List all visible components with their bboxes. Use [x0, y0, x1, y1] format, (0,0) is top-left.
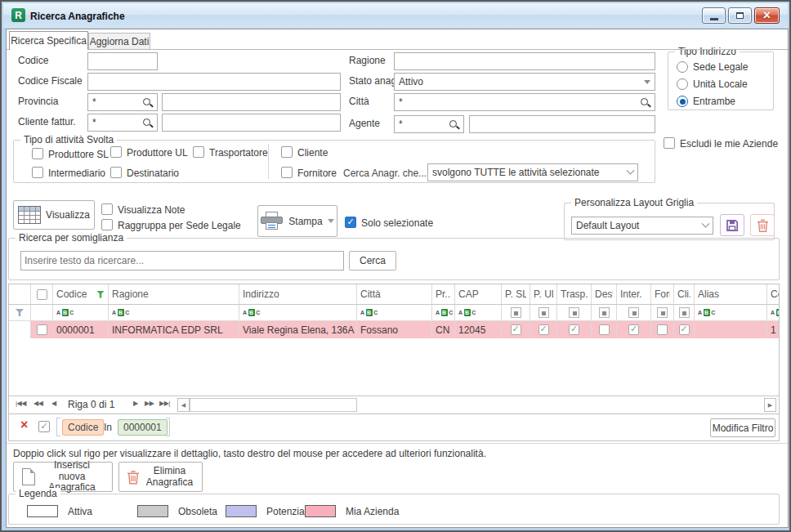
filter-row-cell[interactable] — [357, 305, 432, 320]
bool-cell-checkbox[interactable] — [599, 324, 610, 335]
cliente-fattur-text-input[interactable] — [162, 114, 341, 132]
radio-unita-locale-label[interactable]: Unità Locale — [693, 78, 748, 90]
grid-col-header-check[interactable] — [31, 284, 53, 304]
checkbox-intermediario-label[interactable]: Intermediario — [48, 168, 105, 179]
radio-entrambe[interactable] — [677, 96, 688, 107]
filter-row-cell[interactable] — [109, 305, 239, 320]
grid-col-header-pr[interactable]: Pr... — [432, 284, 455, 304]
stato-anag-select[interactable]: Attivo — [394, 73, 655, 91]
filter-row-cell[interactable] — [31, 305, 53, 320]
filter-row-cell[interactable] — [432, 305, 455, 320]
save-layout-button[interactable] — [720, 214, 744, 236]
filter-row-cell[interactable] — [695, 305, 767, 320]
ragione-input[interactable] — [394, 52, 655, 70]
select-all-checkbox[interactable] — [37, 289, 47, 300]
pager-next-page-button[interactable] — [145, 400, 154, 407]
search-icon[interactable] — [449, 119, 459, 130]
checkbox-trasportatore[interactable] — [193, 146, 204, 158]
codice-fiscale-input[interactable] — [87, 73, 341, 91]
pager-prev-page-button[interactable] — [34, 400, 42, 407]
filter-value-chip[interactable]: 0000001 — [118, 419, 168, 436]
codice-input[interactable] — [87, 52, 158, 70]
provincia-text-input[interactable] — [162, 93, 341, 111]
filter-row-cell[interactable] — [617, 305, 651, 320]
column-filter-icon[interactable] — [96, 291, 105, 298]
filter-row-cell[interactable] — [455, 305, 502, 320]
grid-col-header-trasp[interactable]: Trasp. — [557, 284, 592, 304]
minimize-button[interactable] — [702, 7, 726, 24]
stampa-button[interactable]: Stampa — [257, 205, 337, 237]
solo-selezionate-checkbox[interactable] — [345, 217, 356, 228]
elimina-anagrafica-button[interactable]: Elimina Anagrafica — [118, 462, 203, 492]
checkbox-trasportatore-label[interactable]: Trasportatore — [209, 147, 268, 159]
checkbox-produttore-sl-label[interactable]: Produttore SL — [48, 149, 109, 160]
grid-col-header-codice[interactable]: Codice — [53, 284, 109, 304]
hscroll-right-button[interactable] — [764, 398, 776, 412]
grid-col-header-citt[interactable]: Città — [357, 284, 432, 304]
filter-row-cell[interactable] — [557, 305, 592, 320]
checkbox-produttore-ul[interactable] — [110, 146, 122, 158]
raggruppa-checkbox[interactable] — [101, 219, 113, 230]
bool-cell-checkbox[interactable] — [539, 324, 549, 335]
grid-col-header-cap[interactable]: CAP — [455, 284, 502, 304]
escludi-aziende-label[interactable]: Escludi le mie Aziende — [680, 138, 778, 150]
delete-layout-button[interactable] — [750, 214, 775, 236]
visualizza-note-label[interactable]: Visualizza Note — [118, 204, 185, 216]
grid-col-header-cli[interactable]: Cli. — [674, 284, 695, 304]
agente-text-input[interactable] — [469, 115, 655, 133]
close-button[interactable] — [754, 7, 780, 24]
grid-col-header-dest[interactable]: Dest. — [592, 284, 617, 304]
hscroll-thumb[interactable] — [190, 398, 357, 412]
search-icon[interactable] — [142, 118, 153, 128]
visualizza-note-checkbox[interactable] — [101, 203, 113, 215]
row-select-checkbox[interactable] — [37, 324, 47, 335]
grid-col-header-indicator[interactable] — [9, 284, 31, 304]
somiglianza-input[interactable] — [20, 251, 344, 270]
checkbox-cliente-label[interactable]: Cliente — [297, 147, 328, 159]
grid-col-header-alias[interactable]: Alias — [695, 284, 767, 304]
radio-entrambe-label[interactable]: Entrambe — [693, 96, 735, 107]
remove-filter-button[interactable] — [20, 418, 28, 432]
bool-cell-checkbox[interactable] — [569, 324, 579, 335]
filter-row-cell[interactable] — [592, 305, 617, 320]
filter-row-cell[interactable] — [239, 305, 357, 320]
modifica-filtro-button[interactable]: Modifica Filtro — [710, 418, 775, 437]
cerca-anagr-select[interactable]: svolgono TUTTE le attività selezionate — [427, 163, 638, 181]
filter-row-cell[interactable] — [530, 305, 557, 320]
solo-selezionate-label[interactable]: Solo selezionate — [361, 217, 433, 229]
checkbox-destinatario-label[interactable]: Destinatario — [127, 168, 179, 179]
pager-first-button[interactable] — [16, 400, 26, 407]
layout-select[interactable]: Default Layout — [571, 217, 713, 235]
filter-row-cell[interactable] — [651, 305, 674, 320]
grid-col-header-p-sl[interactable]: P. SL — [502, 284, 530, 304]
provincia-code-field[interactable]: * — [87, 93, 158, 111]
checkbox-cliente[interactable] — [281, 146, 293, 158]
grid-col-header-p-ul[interactable]: P. UL — [530, 284, 557, 304]
bool-cell-checkbox[interactable] — [657, 324, 668, 335]
filter-row-cell[interactable] — [767, 305, 780, 320]
grid-col-header-ragione[interactable]: Ragione — [109, 284, 239, 304]
grid-col-header-indirizzo[interactable]: Indirizzo — [239, 284, 357, 304]
checkbox-intermediario[interactable] — [32, 167, 43, 178]
bool-cell-checkbox[interactable] — [679, 324, 690, 335]
escludi-aziende-checkbox[interactable] — [664, 137, 675, 149]
tab-ricerca-specifica[interactable]: Ricerca Specifica — [9, 31, 88, 50]
filter-row-cell[interactable] — [674, 305, 695, 320]
radio-sede-legale-label[interactable]: Sede Legale — [693, 61, 748, 73]
citta-code-field[interactable]: * — [394, 93, 655, 111]
filter-enabled-checkbox[interactable] — [38, 421, 50, 432]
visualizza-button[interactable]: Visualizza — [13, 200, 95, 230]
checkbox-fornitore[interactable] — [281, 167, 293, 178]
restore-button[interactable] — [728, 7, 752, 24]
search-icon[interactable] — [142, 97, 153, 108]
radio-unita-locale[interactable] — [677, 78, 688, 90]
raggruppa-label[interactable]: Raggruppa per Sede Legale — [118, 220, 241, 231]
search-icon[interactable] — [640, 97, 650, 108]
filter-row-cell[interactable] — [502, 305, 530, 320]
radio-sede-legale[interactable] — [677, 61, 688, 73]
filter-field-chip[interactable]: Codice — [62, 419, 104, 436]
hscroll-left-button[interactable] — [177, 398, 190, 412]
checkbox-destinatario[interactable] — [110, 167, 122, 178]
tab-aggiorna-dati[interactable]: Aggiorna Dati — [88, 33, 150, 49]
bool-cell-checkbox[interactable] — [628, 324, 639, 335]
